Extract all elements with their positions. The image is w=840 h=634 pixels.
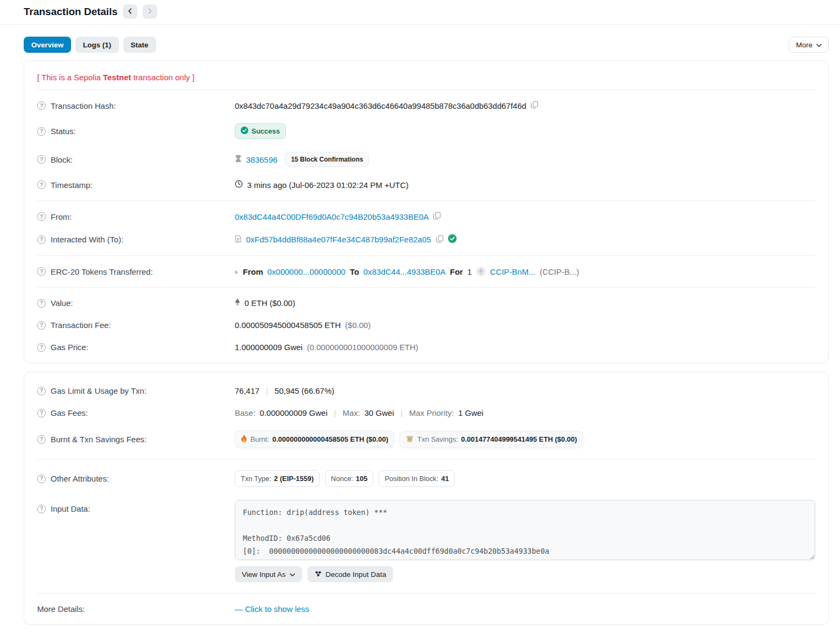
- more-details-row: More Details: — Click to show less: [37, 598, 815, 620]
- transaction-hash-row: ? Transaction Hash: 0x843dc70a4a29d79234…: [37, 94, 815, 117]
- help-icon[interactable]: ?: [37, 180, 46, 189]
- show-less-label: Click to show less: [245, 604, 309, 614]
- copy-from-address-button[interactable]: [433, 212, 441, 221]
- more-dropdown-button[interactable]: More: [789, 37, 829, 53]
- help-icon[interactable]: ?: [37, 101, 46, 110]
- prev-transaction-button[interactable]: [123, 4, 137, 19]
- help-icon[interactable]: ?: [37, 387, 46, 395]
- from-row: ? From: 0x83dC44a4C00DFf69d0A0c7c94B20b5…: [37, 205, 815, 228]
- gas-limit-value: 76,417: [235, 386, 260, 395]
- transaction-fee-label: Transaction Fee:: [51, 321, 111, 330]
- overview-card: [ This is a Sepolia Testnet transaction …: [24, 60, 829, 363]
- max-fee-value: 30 Gwei: [365, 408, 394, 417]
- transaction-fee-usd: ($0.00): [345, 321, 371, 330]
- tab-list: Overview Logs (1) State: [24, 37, 156, 53]
- position-in-block-badge: Position In Block: 41: [379, 470, 454, 487]
- tab-state[interactable]: State: [123, 37, 156, 53]
- tab-overview[interactable]: Overview: [24, 37, 71, 53]
- help-icon[interactable]: ?: [37, 343, 46, 352]
- decode-input-data-label: Decode Input Data: [326, 570, 387, 579]
- help-icon[interactable]: ?: [37, 212, 46, 221]
- next-transaction-button[interactable]: [143, 4, 157, 19]
- position-value: 41: [441, 475, 449, 483]
- help-icon[interactable]: ?: [37, 267, 46, 276]
- erc20-transfers-label: ERC-20 Tokens Transferred:: [51, 267, 153, 276]
- status-label: Status:: [51, 127, 76, 136]
- help-icon[interactable]: ?: [37, 155, 46, 164]
- gas-used-value: 50,945 (66.67%): [275, 386, 334, 395]
- divider: [37, 89, 815, 90]
- divider: [37, 255, 815, 256]
- gas-fees-label: Gas Fees:: [51, 408, 88, 417]
- block-number-link[interactable]: 3836596: [246, 155, 277, 164]
- txn-savings-badge: Txn Savings: 0.001477404999541495 ETH ($…: [400, 431, 583, 448]
- to-address-link[interactable]: 0xFd57b4ddBf88a4e07fF4e34C487b99af2Fe82a…: [246, 235, 431, 244]
- view-input-as-button[interactable]: View Input As: [235, 566, 302, 582]
- copy-to-address-button[interactable]: [436, 235, 444, 245]
- caret-right-icon: [235, 267, 239, 276]
- txn-type-value: 2 (EIP-1559): [274, 475, 314, 483]
- help-icon[interactable]: ?: [37, 505, 46, 513]
- transaction-hash-label: Transaction Hash:: [51, 101, 116, 110]
- help-icon[interactable]: ?: [37, 235, 46, 244]
- view-input-as-label: View Input As: [242, 570, 286, 579]
- transaction-fee-row: ? Transaction Fee: 0.000050945000458505 …: [37, 314, 815, 336]
- divider: [37, 459, 815, 459]
- timestamp-row: ? Timestamp: 3 mins ago (Jul-06-2023 01:…: [37, 173, 815, 196]
- decode-input-data-button[interactable]: Decode Input Data: [307, 566, 394, 582]
- help-icon[interactable]: ?: [37, 409, 46, 417]
- txn-savings-word: Txn Savings:: [417, 435, 458, 443]
- nonce-word: Nonce:: [331, 475, 353, 483]
- help-icon[interactable]: ?: [37, 475, 46, 483]
- gas-fees-row: ? Gas Fees: Base: 0.000000009 Gwei | Max…: [37, 402, 815, 424]
- value-amount: 0 ETH ($0.00): [244, 298, 295, 308]
- verified-check-circle-icon: [448, 234, 457, 245]
- help-icon[interactable]: ?: [37, 435, 46, 444]
- input-actions: View Input As Decode Input Data: [235, 566, 815, 582]
- other-attributes-label: Other Attributes:: [51, 474, 109, 483]
- txn-savings-value: 0.001477404999541495 ETH ($0.00): [461, 435, 577, 443]
- help-icon[interactable]: ?: [37, 127, 46, 136]
- interacted-with-label: Interacted With (To):: [51, 235, 123, 244]
- page-title: Transaction Details: [24, 6, 117, 18]
- status-value: Success: [251, 127, 280, 135]
- erc20-to-address-link[interactable]: 0x83dC44...4933BE0A: [363, 267, 446, 276]
- block-confirmations-badge: 15 Block Confirmations: [285, 152, 369, 167]
- status-badge: Success: [235, 123, 286, 139]
- erc20-amount: 1: [467, 267, 472, 276]
- erc20-for-word: For: [450, 267, 463, 276]
- input-data-row: ? Input Data: Function: drip(address tok…: [37, 493, 815, 589]
- pipe-separator: |: [264, 386, 270, 395]
- gas-price-row: ? Gas Price: 1.000000009 Gwei (0.0000000…: [37, 336, 815, 358]
- pipe-separator: |: [398, 408, 405, 417]
- timestamp-value: 3 mins ago (Jul-06-2023 01:02:24 PM +UTC…: [247, 180, 409, 190]
- decode-icon: [314, 570, 322, 579]
- show-less-link[interactable]: — Click to show less: [235, 604, 309, 614]
- token-icon: [476, 267, 486, 276]
- block-row: ? Block: 3836596 15 Block Confirmations: [37, 145, 815, 173]
- more-label: More: [796, 41, 813, 49]
- value-label: Value:: [51, 298, 73, 308]
- testnet-banner-post: transaction only ]: [131, 73, 195, 82]
- timestamp-label: Timestamp:: [51, 180, 93, 190]
- check-circle-icon: [241, 127, 248, 136]
- help-icon[interactable]: ?: [37, 321, 46, 330]
- erc20-from-address-link[interactable]: 0x000000...00000000: [268, 267, 346, 276]
- token-name-link[interactable]: CCIP-BnM...: [490, 267, 535, 276]
- input-data-textarea[interactable]: Function: drip(address token) *** Method…: [235, 500, 815, 560]
- copy-hash-button[interactable]: [530, 101, 538, 110]
- copy-icon: [433, 212, 441, 221]
- pipe-separator: |: [332, 408, 338, 417]
- burnt-value: 0.000000000000458505 ETH ($0.00): [272, 435, 388, 443]
- testnet-banner-pre: [ This is a Sepolia: [37, 73, 103, 82]
- other-attributes-row: ? Other Attributes: Txn Type: 2 (EIP-155…: [37, 464, 815, 493]
- burnt-savings-row: ? Burnt & Txn Savings Fees: Burnt: 0.000…: [37, 424, 815, 455]
- base-fee-value: 0.000000009 Gwei: [260, 408, 327, 417]
- chevron-down-icon: [816, 41, 822, 49]
- minus-icon: —: [235, 604, 243, 614]
- max-fee-word: Max:: [342, 408, 360, 417]
- max-priority-value: 1 Gwei: [458, 408, 484, 417]
- help-icon[interactable]: ?: [37, 299, 46, 308]
- tab-logs[interactable]: Logs (1): [75, 37, 119, 53]
- from-address-link[interactable]: 0x83dC44a4C00DFf69d0A0c7c94B20b53a4933BE…: [235, 212, 429, 221]
